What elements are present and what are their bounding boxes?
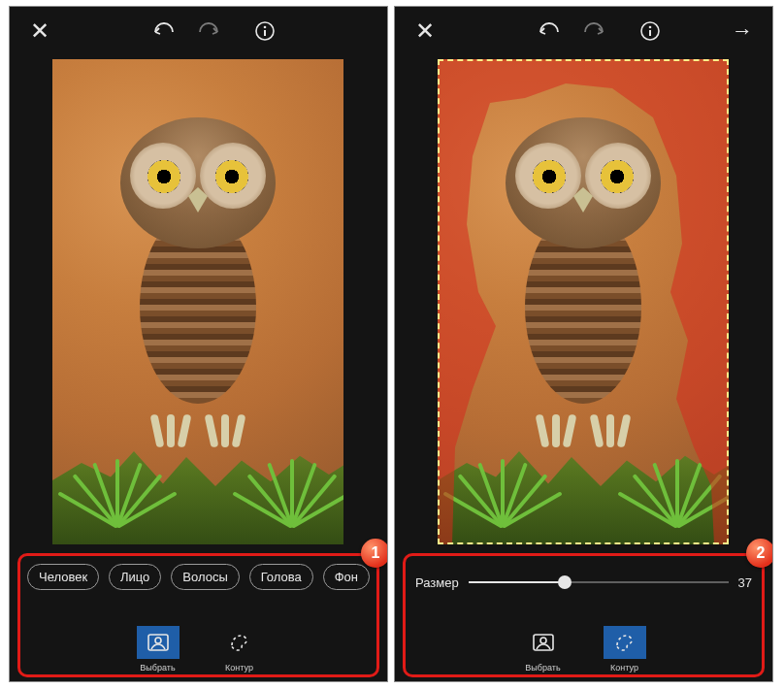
svg-rect-2 xyxy=(264,30,266,36)
close-icon[interactable]: ✕ xyxy=(408,15,441,48)
category-row: Человек Лицо Волосы Голова Фон xyxy=(20,564,376,590)
photo xyxy=(438,59,729,544)
close-icon[interactable]: ✕ xyxy=(23,15,56,48)
undo-icon[interactable] xyxy=(147,15,180,48)
svg-point-1 xyxy=(264,26,267,29)
info-icon[interactable] xyxy=(634,15,667,48)
redo-icon[interactable] xyxy=(577,15,610,48)
editor-pane-left: ✕ xyxy=(9,6,388,682)
tool-contour[interactable]: Контур xyxy=(598,626,652,673)
svg-rect-7 xyxy=(649,30,651,36)
tool-contour[interactable]: Контур xyxy=(212,626,267,673)
image-canvas[interactable] xyxy=(438,59,729,544)
contour-icon xyxy=(604,626,646,659)
top-bar: ✕ xyxy=(10,7,387,55)
bottom-panel: 2 Размер 37 Выбрать xyxy=(403,553,765,677)
tool-select[interactable]: Выбрать xyxy=(131,626,185,673)
category-bg[interactable]: Фон xyxy=(323,564,370,590)
image-canvas[interactable] xyxy=(52,59,343,544)
tool-select-label: Выбрать xyxy=(140,663,175,673)
redo-icon[interactable] xyxy=(192,15,225,48)
size-slider[interactable] xyxy=(469,573,729,592)
svg-point-4 xyxy=(155,638,161,643)
contour-icon xyxy=(218,626,261,659)
photo xyxy=(52,59,343,544)
svg-point-6 xyxy=(649,26,652,29)
tool-contour-label: Контур xyxy=(225,663,253,673)
top-bar: ✕ → xyxy=(395,7,772,55)
undo-icon[interactable] xyxy=(533,15,566,48)
size-value: 37 xyxy=(738,575,752,590)
apply-icon[interactable]: → xyxy=(726,15,759,48)
tool-contour-label: Контур xyxy=(610,663,638,673)
category-person[interactable]: Человек xyxy=(27,564,99,590)
tool-row: Выбрать Контур xyxy=(406,626,762,673)
tool-select-label: Выбрать xyxy=(525,663,560,673)
select-icon xyxy=(137,626,180,659)
category-face[interactable]: Лицо xyxy=(109,564,161,590)
step-badge: 2 xyxy=(746,539,773,568)
editor-pane-right: ✕ → xyxy=(394,6,773,682)
svg-point-9 xyxy=(540,638,546,643)
select-icon xyxy=(522,626,565,659)
tool-select[interactable]: Выбрать xyxy=(516,626,571,673)
category-hair[interactable]: Волосы xyxy=(171,564,239,590)
info-icon[interactable] xyxy=(248,15,281,48)
size-label: Размер xyxy=(415,575,459,590)
tool-row: Выбрать Контур xyxy=(20,626,376,673)
bottom-panel: 1 Человек Лицо Волосы Голова Фон Выбрать xyxy=(17,553,379,677)
size-slider-row: Размер 37 xyxy=(415,570,752,595)
category-head[interactable]: Голова xyxy=(249,564,313,590)
